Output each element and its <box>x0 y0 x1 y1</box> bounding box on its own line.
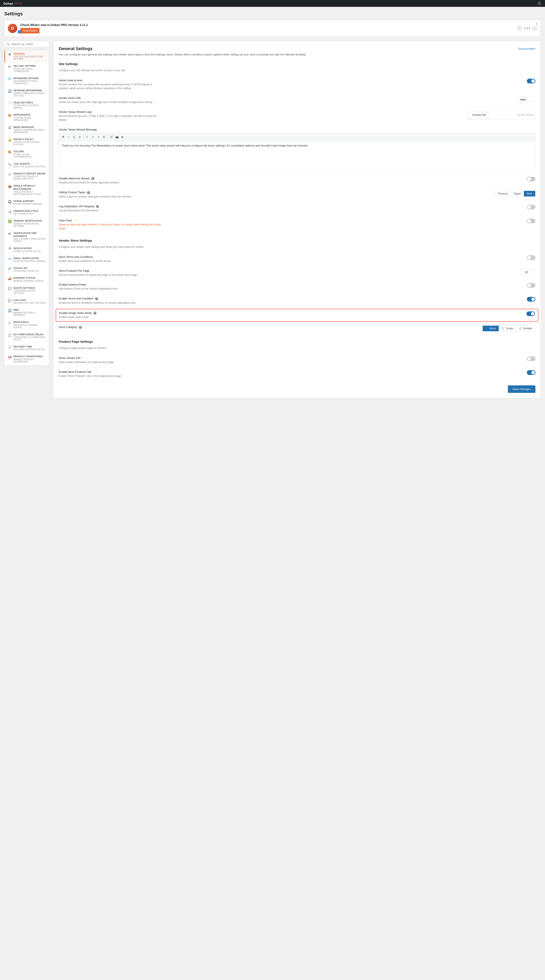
vendor-url-label: Vendor Store URL Define the vendor store… <box>59 96 518 104</box>
shipstation-toggle[interactable] <box>527 205 535 210</box>
logo-upload-box: Choose File No file chosen <box>467 110 535 120</box>
selling-types-help-icon[interactable]: ? <box>87 191 90 194</box>
sidebar-item-eu[interactable]: 📋 EU COMPLIANCE FIELDS CONFIGURE EU COMP… <box>5 331 49 343</box>
vendor-store-sub: Configure your vendor store settings and… <box>59 245 535 248</box>
align-justify-btn[interactable]: ≣ <box>101 134 107 140</box>
sidebar-item-socialapi[interactable]: 🔗 SOCIAL API CONFIGURE SOCIAL API <box>5 264 49 274</box>
sidebar-item-support[interactable]: 🎧 STORE SUPPORT STORE SUPPORT MANAGE <box>5 197 49 207</box>
sidebar-item-verification[interactable]: ✅ VENDOR VERIFICATION VENDOR VERIFICATIO… <box>5 217 49 229</box>
strikethrough-btn[interactable]: S <box>77 134 82 140</box>
sidebar-sub-geolocation: STORE LOCATION SETUP <box>13 250 46 253</box>
search-box[interactable]: 🔍 <box>4 41 49 47</box>
image-btn[interactable]: 📷 <box>115 134 120 140</box>
sidebar-item-privacy[interactable]: 🔒 PRIVACY POLICY UPDATE STORE PRIVACY PO… <box>5 136 49 148</box>
sidebar-item-menu[interactable]: ☰ MENU MANAGER VENDOR DASHBOARD MENU APP… <box>5 124 49 136</box>
align-center-btn[interactable]: ≡ <box>90 134 96 140</box>
single-seller-toggle[interactable] <box>526 311 535 316</box>
sidebar-item-reverse[interactable]: 🔄 REVERSE WITHDRAWAL ADMIN COMMISSION CO… <box>5 87 49 99</box>
terms-condition-toggle[interactable] <box>527 297 535 302</box>
sidebar-item-productadv[interactable]: 📢 PRODUCT ADVERTISING MANAGE PRODUCT ADV… <box>5 353 49 365</box>
sidebar-sub-quote: CONFIGURE QUOTE SETTINGS <box>13 290 46 294</box>
sidebar-item-wholesale[interactable]: 🛒 WHOLESALE WHOLESALE CHANNEL CONFIG <box>5 318 49 331</box>
sidebar-title-reverse: REVERSE WITHDRAWAL <box>13 89 46 92</box>
sidebar-item-rma[interactable]: 🔄 RMA MANAGE RETURN & WARRANTY <box>5 306 49 318</box>
sidebar-content-menu: MENU MANAGER VENDOR DASHBOARD MENU APPEA… <box>13 126 46 134</box>
store-cat-none-btn[interactable]: None <box>483 326 499 331</box>
disable-wizard-toggle[interactable] <box>527 177 535 181</box>
sidebar-content-sms: VERIFICATION SMS GATEWAYS SMS GATEWAY VE… <box>13 232 46 243</box>
sidebar-item-colors[interactable]: 🎨 COLORS STORE COLOR CUSTOMIZATION <box>5 148 49 160</box>
disable-wizard-help-icon[interactable]: ? <box>91 177 94 180</box>
notification-close-btn[interactable]: ✕ <box>535 22 539 26</box>
align-left-btn[interactable]: ⇤ <box>85 134 90 140</box>
sidebar-item-livechat[interactable]: 💬 LIVE CHAT SECURE LIVE CHAT SETTINGS <box>5 296 49 306</box>
selling-type-physical-btn[interactable]: Physical <box>495 191 511 196</box>
shipstation-help-icon[interactable]: ? <box>96 205 99 208</box>
notification-view-btn[interactable]: View Details <box>20 28 40 33</box>
help-button[interactable]: ? <box>537 1 542 6</box>
sidebar-item-quote[interactable]: 💬 QUOTE SETTINGS CONFIGURE QUOTE SETTING… <box>5 284 49 296</box>
no-file-chosen: No file chosen <box>517 113 534 116</box>
store-terms-toggle[interactable] <box>527 255 535 260</box>
underline-btn[interactable]: U <box>72 134 77 140</box>
data-clear-control <box>527 219 535 223</box>
sidebar-item-withdraw[interactable]: 💎 WITHDRAW OPTIONS WITHDRAW SETTINGS, TH… <box>5 75 49 87</box>
more-products-toggle[interactable] <box>527 370 535 375</box>
sidebar-icon-livechat: 💬 <box>8 299 11 303</box>
sidebar-item-shipping[interactable]: 🚚 SHIPPING STATUS MANAGE SHIPPING STATUS <box>5 274 49 284</box>
more-products-name: Enable More Products Tab <box>59 370 527 374</box>
wizard-message-text: Thank you for choosing The Marketplace t… <box>61 144 309 147</box>
documentation-link[interactable]: Documentation <box>518 47 535 50</box>
more-products-row: Enable More Products Tab Enable "More Pr… <box>59 367 535 381</box>
sidebar-item-emailverify[interactable]: 📧 EMAIL VERIFICATION VERIFICATION EMAIL … <box>5 255 49 264</box>
sidebar-item-sms[interactable]: ✉ VERIFICATION SMS GATEWAYS SMS GATEWAY … <box>5 229 49 245</box>
sidebar-content-abuse: PRODUCT REPORT ABUSE CONFIGURE PRODUCT A… <box>13 172 46 180</box>
data-clear-toggle[interactable] <box>527 219 535 223</box>
more-products-label: Enable More Products Tab Enable "More Pr… <box>59 370 527 378</box>
wysiwyg-content[interactable]: Thank you for choosing The Marketplace t… <box>59 141 535 170</box>
more-products-desc: Enable "More Products" tab on the single… <box>59 374 161 378</box>
per-page-input[interactable] <box>521 269 535 275</box>
bold-btn[interactable]: B <box>61 134 66 140</box>
media-btn[interactable]: ▶ <box>120 134 125 140</box>
sidebar-item-multivendor[interactable]: 📦 SINGLE PRODUCT MULTIVENDOR SINGLE PROD… <box>5 182 49 197</box>
sidebar-title-withdraw: WITHDRAW OPTIONS <box>13 77 46 80</box>
selling-type-digital-btn[interactable]: Digital <box>511 191 524 196</box>
save-changes-btn[interactable]: Save Changes <box>508 385 535 393</box>
address-fields-toggle[interactable] <box>527 283 535 288</box>
sidebar-item-geolocation[interactable]: 📍 GEOLOCATION STORE LOCATION SETUP <box>5 245 49 255</box>
search-input[interactable] <box>11 43 47 46</box>
store-cat-multiple-btn[interactable]: Multiple <box>516 326 535 331</box>
sidebar-item-delivery[interactable]: 🕐 DELIVERY TIME DELIVERY SCHEDULE SETUP <box>5 343 49 353</box>
show-vendor-info-toggle[interactable] <box>527 356 535 361</box>
italic-btn[interactable]: I <box>66 134 71 140</box>
admin-area-toggle[interactable] <box>527 79 535 83</box>
single-seller-help-icon[interactable]: ? <box>94 312 96 315</box>
store-terms-label: Store Terms and Conditions Enable terms … <box>59 255 527 263</box>
product-page-title: Product Page Settings <box>59 340 535 346</box>
sidebar-content-support: STORE SUPPORT STORE SUPPORT MANAGE <box>13 200 46 205</box>
address-fields-control <box>527 283 535 288</box>
align-right-btn[interactable]: ⇥ <box>96 134 101 140</box>
url-input-wrap <box>518 96 535 103</box>
sidebar-sub-wholesale: WHOLESALE CHANNEL CONFIG <box>13 324 46 329</box>
sidebar-item-selling[interactable]: 🏷 SELLING OPTIONS STORE SETTINGS, COMMIS… <box>5 62 49 75</box>
notification-counter: 4 of 8 <box>524 27 530 30</box>
sidebar-item-general[interactable]: ⚙ GENERAL SITE SETTINGS AND STORE OPTION… <box>5 50 49 62</box>
store-category-help-icon[interactable]: ? <box>79 326 82 329</box>
vendor-url-input[interactable] <box>518 97 535 103</box>
sidebar-item-livesearch[interactable]: 🔍 LIVE SEARCH AJAX LIVE SEARCH CONTROL <box>5 160 49 170</box>
sidebar-item-appearance[interactable]: 🎨 APPEARANCE CUSTOM STORE APPEARANCE <box>5 111 49 123</box>
link-btn[interactable]: 🔗 <box>109 134 114 140</box>
notification-next-btn[interactable]: › <box>532 26 537 31</box>
selling-type-both-btn[interactable]: Both <box>524 191 535 196</box>
sidebar-item-page[interactable]: 📄 PAGE SETTINGS STORE PAGE SETTINGS MANA… <box>5 99 49 111</box>
choose-file-btn[interactable]: Choose File <box>469 112 489 118</box>
sidebar-icon-quote: 💬 <box>8 286 11 291</box>
shipstation-slider <box>527 205 535 210</box>
sidebar-item-analytics[interactable]: 📊 VENDOR ANALYTICS SETUP ANALYTICS <box>5 207 49 217</box>
notification-prev-btn[interactable]: ‹ <box>517 26 522 31</box>
store-cat-single-btn[interactable]: Single <box>499 326 516 331</box>
terms-condition-help-icon[interactable]: ? <box>95 297 98 300</box>
sidebar-item-abuse[interactable]: ⚠ PRODUCT REPORT ABUSE CONFIGURE PRODUCT… <box>5 170 49 182</box>
